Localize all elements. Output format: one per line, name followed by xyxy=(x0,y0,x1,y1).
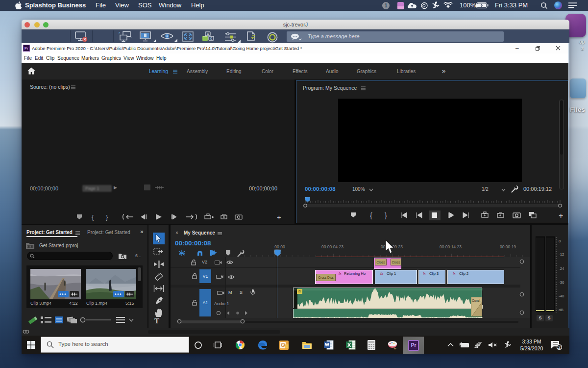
svg-text:}: } xyxy=(106,213,108,221)
svg-text:2: 2 xyxy=(558,345,561,350)
svg-text:}: } xyxy=(385,211,387,219)
svg-text:0: 0 xyxy=(210,37,212,40)
svg-text:{: { xyxy=(92,213,94,221)
svg-text:+: + xyxy=(559,211,563,220)
svg-text:A: A xyxy=(207,32,209,36)
svg-text:{: { xyxy=(370,211,372,219)
svg-text:+: + xyxy=(277,213,281,221)
svg-text:f: f xyxy=(119,31,120,35)
